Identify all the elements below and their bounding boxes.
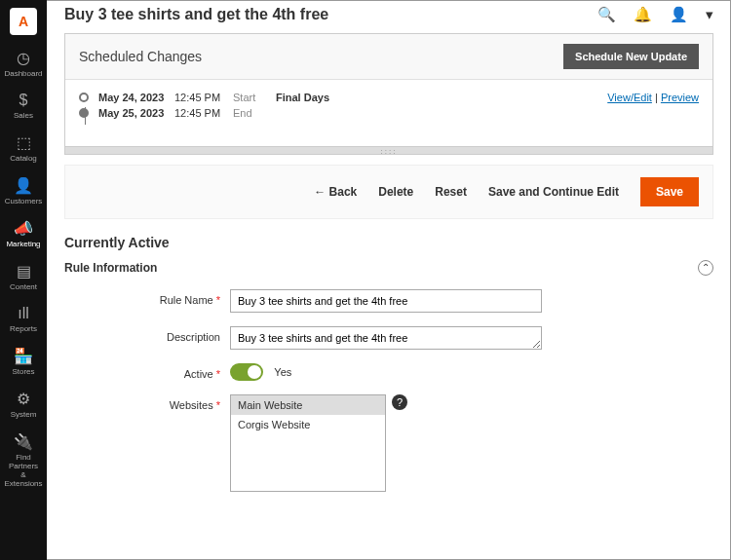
nav-sales[interactable]: $Sales xyxy=(0,86,47,128)
active-value: Yes xyxy=(274,366,291,378)
circle-open-icon xyxy=(79,93,89,102)
nav-customers[interactable]: 👤Customers xyxy=(0,170,47,213)
collapse-icon[interactable]: ⌃ xyxy=(698,260,713,276)
circle-filled-icon xyxy=(79,108,89,118)
plug-icon: 🔌 xyxy=(2,432,45,451)
website-option-main[interactable]: Main Website xyxy=(231,395,385,415)
nav-catalog[interactable]: ⬚Catalog xyxy=(0,128,47,170)
admin-sidebar: A ◷Dashboard $Sales ⬚Catalog 👤Customers … xyxy=(0,0,47,560)
rule-form: Rule Name* Description Buy 3 tee shirts … xyxy=(64,289,713,492)
rule-name-label: Rule Name* xyxy=(64,289,230,306)
account-icon[interactable]: 👤 xyxy=(670,6,688,23)
currently-active-heading: Currently Active xyxy=(64,235,713,250)
megaphone-icon: 📣 xyxy=(2,219,45,238)
websites-label: Websites* xyxy=(64,394,230,411)
help-icon[interactable]: ? xyxy=(392,394,407,410)
gear-icon: ⚙ xyxy=(2,390,45,408)
preview-link[interactable]: Preview xyxy=(661,92,699,103)
bell-icon[interactable]: 🔔 xyxy=(634,6,652,23)
nav-partners[interactable]: 🔌Find Partners & Extensions xyxy=(0,427,47,496)
nav-system[interactable]: ⚙System xyxy=(0,384,47,427)
scheduled-changes-panel: Scheduled Changes Schedule New Update Ma… xyxy=(64,33,713,155)
description-input[interactable]: Buy 3 tee shirts and get the 4th free xyxy=(230,326,542,350)
active-toggle[interactable] xyxy=(230,363,263,381)
rule-information-label: Rule Information xyxy=(64,261,698,275)
schedule-timeline: May 24, 2023 12:45 PM Start Final Days M… xyxy=(65,80,712,146)
nav-dashboard[interactable]: ◷Dashboard xyxy=(0,43,47,86)
website-option-corgis[interactable]: Corgis Website xyxy=(231,415,385,434)
delete-button[interactable]: Delete xyxy=(378,185,413,199)
description-label: Description xyxy=(64,326,230,343)
brand-logo: A xyxy=(10,8,37,35)
gauge-icon: ◷ xyxy=(2,49,45,67)
search-icon[interactable]: 🔍 xyxy=(597,6,616,23)
schedule-start-row: May 24, 2023 12:45 PM Start Final Days xyxy=(79,92,699,103)
scheduled-heading: Scheduled Changes xyxy=(79,49,563,64)
timeline-connector xyxy=(85,107,86,125)
page-title: Buy 3 tee shirts and get the 4th free xyxy=(64,6,580,23)
chevron-down-icon[interactable]: ▾ xyxy=(706,6,713,23)
box-icon: ⬚ xyxy=(2,133,45,152)
save-continue-button[interactable]: Save and Continue Edit xyxy=(488,185,619,199)
action-bar: Back Delete Reset Save and Continue Edit… xyxy=(64,165,713,219)
top-bar: Buy 3 tee shirts and get the 4th free 🔍 … xyxy=(47,0,731,27)
nav-content[interactable]: ▤Content xyxy=(0,256,47,299)
main-content: Buy 3 tee shirts and get the 4th free 🔍 … xyxy=(47,0,731,560)
save-button[interactable]: Save xyxy=(640,177,699,206)
store-icon: 🏪 xyxy=(2,347,45,365)
nav-reports[interactable]: ıllReports xyxy=(0,299,47,341)
nav-stores[interactable]: 🏪Stores xyxy=(0,341,47,384)
rule-information-header[interactable]: Rule Information ⌃ xyxy=(64,260,713,276)
active-label: Active* xyxy=(64,363,230,380)
schedule-end-row: May 25, 2023 12:45 PM End xyxy=(79,107,699,119)
schedule-links: View/Edit | Preview xyxy=(607,92,699,103)
nav-marketing[interactable]: 📣Marketing xyxy=(0,213,47,256)
rule-name-input[interactable] xyxy=(230,289,542,313)
user-icon: 👤 xyxy=(2,176,45,195)
schedule-new-update-button[interactable]: Schedule New Update xyxy=(563,44,699,69)
chart-icon: ıll xyxy=(2,305,45,322)
reset-button[interactable]: Reset xyxy=(435,185,467,199)
content-icon: ▤ xyxy=(2,262,45,280)
view-edit-link[interactable]: View/Edit xyxy=(607,92,652,103)
dollar-icon: $ xyxy=(2,92,45,109)
websites-select[interactable]: Main Website Corgis Website xyxy=(230,394,386,492)
back-button[interactable]: Back xyxy=(314,185,357,199)
panel-drag-handle[interactable]: :::: xyxy=(65,146,712,154)
